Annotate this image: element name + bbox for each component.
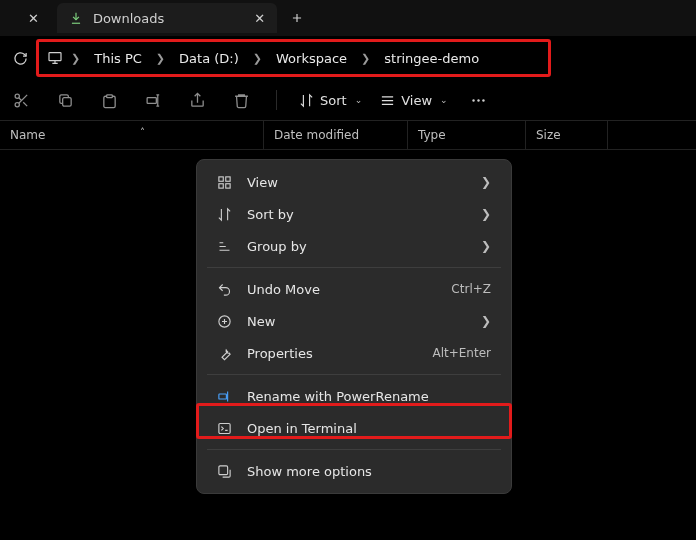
chevron-right-icon: ❯ (481, 314, 491, 328)
paste-icon[interactable] (96, 87, 122, 113)
toolbar: Sort ⌄ View ⌄ (0, 80, 696, 120)
cut-icon[interactable] (8, 87, 34, 113)
menu-undo-move-accel: Ctrl+Z (451, 282, 491, 296)
crumb-drive[interactable]: Data (D:) (173, 49, 245, 68)
view-label: View (401, 93, 432, 108)
group-icon (215, 239, 233, 254)
show-more-icon (215, 464, 233, 479)
delete-icon[interactable] (228, 87, 254, 113)
copy-icon[interactable] (52, 87, 78, 113)
menu-sort-by[interactable]: Sort by ❯ (201, 198, 507, 230)
col-name[interactable]: Name ˄ (0, 121, 264, 149)
svg-rect-9 (218, 176, 222, 180)
tab-bar: ✕ Downloads ✕ (0, 0, 696, 36)
breadcrumb[interactable]: ❯ This PC ❯ Data (D:) ❯ Workspace ❯ stri… (36, 39, 551, 77)
menu-show-more-label: Show more options (247, 464, 491, 479)
sort-indicator-icon: ˄ (140, 127, 145, 138)
chevron-right-icon: ❯ (481, 239, 491, 253)
chevron-right-icon: ❯ (481, 207, 491, 221)
menu-new[interactable]: New ❯ (201, 305, 507, 337)
new-tab-button[interactable] (283, 4, 311, 32)
crumb-folder[interactable]: stringee-demo (378, 49, 485, 68)
menu-undo-move[interactable]: Undo Move Ctrl+Z (201, 273, 507, 305)
view-dropdown[interactable]: View ⌄ (380, 93, 447, 108)
sort-label: Sort (320, 93, 347, 108)
crumb-this-pc[interactable]: This PC (88, 49, 148, 68)
menu-group-by[interactable]: Group by ❯ (201, 230, 507, 262)
col-size[interactable]: Size (526, 121, 608, 149)
menu-separator (207, 267, 501, 268)
menu-properties-accel: Alt+Enter (432, 346, 491, 360)
svg-rect-16 (218, 465, 227, 474)
undo-icon (215, 282, 233, 297)
svg-rect-4 (106, 94, 112, 97)
svg-point-1 (15, 94, 19, 98)
col-date-label: Date modified (274, 128, 359, 142)
svg-rect-15 (218, 423, 229, 433)
menu-sort-by-label: Sort by (247, 207, 467, 222)
powerrename-icon (215, 389, 233, 404)
menu-open-terminal-label: Open in Terminal (247, 421, 491, 436)
svg-rect-12 (225, 183, 229, 187)
rename-icon[interactable] (140, 87, 166, 113)
terminal-icon (215, 421, 233, 436)
svg-rect-3 (62, 97, 70, 106)
plus-icon (215, 314, 233, 329)
svg-point-6 (472, 99, 474, 101)
address-bar: ❯ This PC ❯ Data (D:) ❯ Workspace ❯ stri… (0, 36, 696, 80)
chevron-down-icon: ⌄ (355, 95, 363, 105)
downloads-tab[interactable]: Downloads ✕ (57, 3, 277, 33)
chevron-right-icon[interactable]: ❯ (71, 52, 80, 65)
pc-icon (47, 50, 63, 66)
menu-separator (207, 449, 501, 450)
close-icon[interactable]: ✕ (254, 11, 265, 26)
menu-rename-powerrename[interactable]: Rename with PowerRename (201, 380, 507, 412)
chevron-right-icon[interactable]: ❯ (361, 52, 370, 65)
separator (276, 90, 277, 110)
crumb-workspace[interactable]: Workspace (270, 49, 353, 68)
chevron-right-icon[interactable]: ❯ (156, 52, 165, 65)
menu-undo-move-label: Undo Move (247, 282, 437, 297)
col-date[interactable]: Date modified (264, 121, 408, 149)
svg-point-8 (482, 99, 484, 101)
svg-rect-11 (218, 183, 222, 187)
chevron-down-icon: ⌄ (440, 95, 448, 105)
context-menu: View ❯ Sort by ❯ Group by ❯ Undo Move Ct… (196, 159, 512, 494)
menu-properties[interactable]: Properties Alt+Enter (201, 337, 507, 369)
more-icon[interactable] (466, 87, 492, 113)
refresh-icon[interactable] (10, 48, 30, 68)
chevron-right-icon: ❯ (481, 175, 491, 189)
menu-properties-label: Properties (247, 346, 418, 361)
grid-icon (215, 175, 233, 190)
col-type[interactable]: Type (408, 121, 526, 149)
sort-icon (215, 207, 233, 222)
blank-tab[interactable]: ✕ (16, 3, 51, 33)
downloads-tab-label: Downloads (93, 11, 164, 26)
content-area[interactable]: View ❯ Sort by ❯ Group by ❯ Undo Move Ct… (0, 150, 696, 540)
chevron-right-icon[interactable]: ❯ (253, 52, 262, 65)
share-icon[interactable] (184, 87, 210, 113)
svg-rect-10 (225, 176, 229, 180)
col-size-label: Size (536, 128, 561, 142)
svg-rect-0 (49, 53, 61, 61)
menu-group-by-label: Group by (247, 239, 467, 254)
svg-rect-5 (147, 97, 156, 103)
svg-point-2 (15, 102, 19, 106)
menu-new-label: New (247, 314, 467, 329)
download-icon (69, 11, 83, 25)
menu-view[interactable]: View ❯ (201, 166, 507, 198)
col-type-label: Type (418, 128, 446, 142)
column-headers: Name ˄ Date modified Type Size (0, 120, 696, 150)
svg-rect-14 (218, 394, 226, 399)
sort-dropdown[interactable]: Sort ⌄ (299, 93, 362, 108)
svg-point-7 (477, 99, 479, 101)
menu-separator (207, 374, 501, 375)
col-name-label: Name (10, 128, 45, 142)
menu-show-more[interactable]: Show more options (201, 455, 507, 487)
wrench-icon (215, 346, 233, 361)
menu-rename-powerrename-label: Rename with PowerRename (247, 389, 491, 404)
menu-view-label: View (247, 175, 467, 190)
close-icon[interactable]: ✕ (28, 11, 39, 26)
menu-open-terminal[interactable]: Open in Terminal (201, 412, 507, 444)
